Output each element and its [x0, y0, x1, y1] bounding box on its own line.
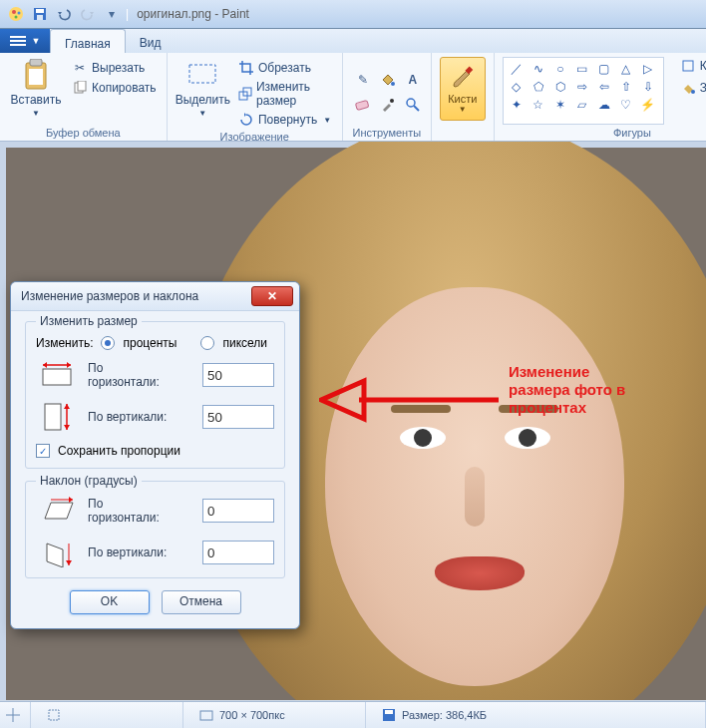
svg-point-18	[391, 82, 395, 86]
fill-button[interactable]: Заливка▼	[678, 79, 706, 97]
paste-button[interactable]: Вставить ▼	[8, 57, 64, 118]
dialog-title: Изменение размеров и наклона	[21, 289, 198, 303]
brushes-button[interactable]: Кисти ▼	[440, 57, 486, 121]
shape-cloud-icon[interactable]: ☁	[595, 98, 613, 112]
pencil-tool[interactable]: ✎	[351, 68, 375, 92]
cancel-button[interactable]: Отмена	[162, 590, 241, 614]
group-brush-spacer	[440, 125, 486, 141]
select-rect-icon	[186, 59, 218, 91]
shape-5star-icon[interactable]: ☆	[530, 98, 547, 112]
shape-polygon-icon[interactable]: △	[617, 62, 635, 76]
svg-point-2	[18, 12, 21, 15]
shape-darrow-icon[interactable]: ⇩	[639, 80, 657, 94]
chevron-down-icon: ▼	[198, 109, 206, 118]
keep-ratio-label: Сохранить пропорции	[58, 444, 180, 458]
horizontal-input[interactable]	[202, 363, 274, 387]
skew-horizontal-label: По горизонтали:	[88, 497, 192, 525]
cut-button[interactable]: ✂Вырезать	[70, 59, 159, 77]
paste-label: Вставить	[11, 93, 62, 107]
status-dims: 700 × 700пкс	[219, 709, 285, 721]
status-size: Размер: 386,4КБ	[402, 709, 487, 721]
shape-6star-icon[interactable]: ✶	[551, 98, 569, 112]
shape-heart-icon[interactable]: ♡	[617, 98, 635, 112]
skew-legend: Наклон (градусы)	[36, 474, 142, 488]
group-shapes: ／ ∿ ○ ▭ ▢ △ ▷ ◇ ⬠ ⬡ ⇨ ⇦ ⇧ ⇩ ✦ ☆ ✶ ▱ ☁ ♡	[495, 53, 706, 141]
shape-roundrect-icon[interactable]: ▢	[595, 62, 613, 76]
svg-marker-35	[64, 404, 70, 409]
crop-button[interactable]: Обрезать	[236, 59, 334, 77]
resize-by-label: Изменить:	[36, 336, 93, 350]
shape-hexagon-icon[interactable]: ⬡	[551, 80, 569, 94]
svg-point-0	[9, 7, 23, 21]
shape-rarrow-icon[interactable]: ⇨	[573, 80, 591, 94]
tab-view[interactable]: Вид	[126, 29, 176, 53]
menu-bar: ▼ Главная Вид	[0, 29, 706, 53]
shape-oval-icon[interactable]: ○	[551, 62, 569, 76]
radio-percent[interactable]	[101, 336, 115, 350]
svg-rect-11	[30, 59, 42, 66]
close-icon: ✕	[267, 289, 277, 303]
dropdown-icon[interactable]: ▾	[104, 6, 120, 22]
shape-rect-icon[interactable]: ▭	[573, 62, 591, 76]
outline-label: Контур	[700, 59, 706, 73]
rotate-button[interactable]: Повернуть▼	[236, 111, 334, 129]
svg-line-22	[414, 106, 419, 111]
tab-home-label: Главная	[65, 37, 111, 51]
svg-marker-36	[64, 425, 70, 430]
title-bar: ▾ | оригинал.png - Paint	[0, 0, 706, 29]
shape-pentagon-icon[interactable]: ⬠	[530, 80, 547, 94]
shape-4star-icon[interactable]: ✦	[508, 98, 526, 112]
group-tools-label: Инструменты	[351, 125, 423, 141]
vertical-input[interactable]	[202, 405, 274, 429]
picker-tool[interactable]	[376, 93, 400, 117]
shape-bolt-icon[interactable]: ⚡	[639, 98, 657, 112]
svg-point-25	[691, 90, 695, 94]
text-tool[interactable]: A	[401, 68, 425, 92]
shape-triangle-icon[interactable]: ▷	[639, 62, 657, 76]
zoom-tool[interactable]	[401, 93, 425, 117]
copy-label: Копировать	[92, 81, 157, 95]
eraser-tool[interactable]	[351, 93, 375, 117]
resize-label: Изменить размер	[256, 80, 332, 108]
svg-point-1	[12, 10, 16, 14]
photo-lips	[435, 556, 525, 590]
ok-button[interactable]: OK	[70, 590, 150, 614]
redo-icon[interactable]	[80, 6, 96, 22]
shape-line-icon[interactable]: ／	[508, 62, 526, 76]
resize-button[interactable]: Изменить размер	[236, 79, 334, 109]
shape-diamond-icon[interactable]: ◇	[508, 80, 526, 94]
svg-marker-40	[47, 544, 63, 567]
tab-home[interactable]: Главная	[50, 29, 126, 53]
keep-ratio-checkbox[interactable]: ✓	[36, 444, 50, 458]
skew-vertical-input[interactable]	[202, 541, 274, 564]
shape-larrow-icon[interactable]: ⇦	[595, 80, 613, 94]
save-icon[interactable]	[32, 6, 48, 22]
copy-icon	[72, 80, 88, 96]
group-brushes: Кисти ▼	[432, 53, 495, 141]
copy-button[interactable]: Копировать	[70, 79, 159, 97]
svg-rect-15	[189, 65, 215, 83]
undo-icon[interactable]	[56, 6, 72, 22]
file-button[interactable]: ▼	[0, 29, 50, 53]
annotation-line: процентах	[509, 399, 586, 416]
svg-rect-12	[29, 69, 43, 85]
radio-pixels[interactable]	[200, 336, 214, 350]
shape-callout-icon[interactable]: ▱	[573, 98, 591, 112]
svg-rect-14	[78, 81, 86, 91]
canvas-size-icon	[199, 708, 213, 722]
chevron-down-icon: ▼	[32, 109, 40, 118]
shape-curve-icon[interactable]: ∿	[530, 62, 547, 76]
dialog-titlebar[interactable]: Изменение размеров и наклона ✕	[11, 282, 299, 311]
photo-nose	[465, 467, 485, 527]
shape-uarrow-icon[interactable]: ⇧	[617, 80, 635, 94]
annotation-text: Изменение размера фото в процентах	[509, 363, 625, 417]
outline-button[interactable]: Контур▼	[678, 57, 706, 75]
clipboard-icon	[20, 59, 52, 91]
svg-marker-42	[66, 560, 72, 565]
shapes-gallery[interactable]: ／ ∿ ○ ▭ ▢ △ ▷ ◇ ⬠ ⬡ ⇨ ⇦ ⇧ ⇩ ✦ ☆ ✶ ▱ ☁ ♡	[503, 57, 664, 125]
close-button[interactable]: ✕	[251, 286, 293, 306]
skew-fieldset: Наклон (градусы) По горизонтали: По верт…	[25, 481, 285, 578]
skew-horizontal-input[interactable]	[202, 499, 274, 523]
select-button[interactable]: Выделить ▼	[176, 57, 230, 118]
bucket-tool[interactable]	[376, 68, 400, 92]
